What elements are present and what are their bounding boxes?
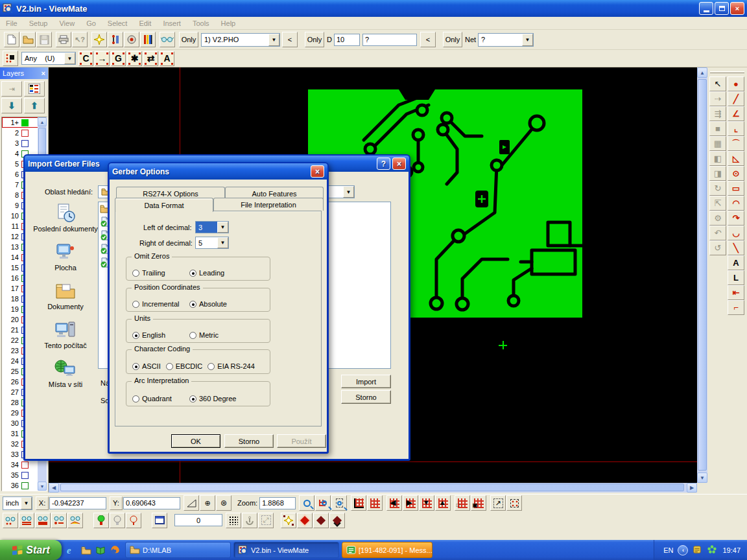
menu-item-tools[interactable]: Tools (187, 18, 215, 29)
quicklaunch-book-icon[interactable] (95, 545, 106, 555)
radio-selected-icon[interactable] (189, 395, 196, 402)
gerber-cancel-button[interactable]: Storno (224, 434, 274, 448)
prev-layer-button[interactable]: < (282, 32, 298, 47)
ok-button[interactable]: OK (171, 434, 220, 448)
radio-unselected-icon[interactable] (208, 363, 215, 370)
view-extents-button[interactable] (367, 495, 383, 511)
circle-tool[interactable]: ⊙ (728, 166, 744, 181)
layer-select[interactable]: 1) V2.PHO ▼ (201, 33, 280, 47)
place-documents[interactable]: Dokumenty (32, 281, 99, 310)
view-draw-dots-button[interactable] (3, 513, 18, 528)
label-tool[interactable]: L (728, 270, 744, 285)
place-network[interactable]: Místa v síti (32, 358, 99, 388)
taskbar-task--191-482-091-mess-[interactable]: [191-482-091] - Mess... (342, 542, 433, 558)
radio-unselected-icon[interactable] (166, 363, 173, 370)
flash-mode-button[interactable] (281, 513, 296, 528)
layer-color-swatch[interactable] (21, 461, 29, 469)
tray-clipboard-icon[interactable] (693, 545, 703, 555)
open-file-button[interactable] (20, 32, 36, 47)
radio-unselected-icon[interactable] (132, 395, 139, 402)
radio-unselected-icon[interactable] (189, 332, 196, 339)
dock-layer-button[interactable]: ⇥ (1, 81, 22, 97)
unit-select[interactable]: inch ▼ (3, 496, 32, 510)
line-tool[interactable]: ╱ (728, 91, 744, 106)
measure-angle-button[interactable] (184, 495, 199, 511)
radio-option-ascii[interactable]: ASCII (132, 362, 161, 370)
mirror-h-tool[interactable]: ◧ (709, 151, 726, 166)
radio-selected-icon[interactable] (189, 301, 196, 308)
gerber-dialog-titlebar[interactable]: Gerber Options × (109, 163, 327, 180)
text-tool[interactable]: A (728, 255, 744, 270)
menu-item-edit[interactable]: Edit (133, 18, 157, 29)
layer-color-swatch[interactable] (21, 130, 29, 137)
route-corner-tool[interactable]: ⌐ (728, 300, 744, 315)
radio-selected-icon[interactable] (132, 363, 139, 370)
highlight-flash-button[interactable] (91, 32, 107, 47)
dcode-flash-button[interactable]: ✱ (127, 51, 142, 66)
quicklaunch-firefox-icon[interactable] (110, 545, 120, 555)
radio-unselected-icon[interactable] (132, 301, 139, 308)
tray-icq-icon[interactable] (707, 545, 718, 555)
horizontal-scroll-thumb[interactable] (60, 484, 684, 491)
target-point-button[interactable] (124, 32, 139, 47)
right-of-decimal-select[interactable]: 5 ▼ (195, 237, 229, 249)
left-of-decimal-select[interactable]: 3 ▼ (195, 221, 229, 233)
dcode-value-field[interactable]: 10 (334, 34, 360, 46)
layer-color-swatch[interactable] (21, 140, 29, 147)
align-tool[interactable]: ⇱ (709, 196, 726, 211)
radio-selected-icon[interactable] (189, 270, 196, 277)
measure-tree-button[interactable] (108, 32, 123, 47)
dcode-swap-button[interactable]: ⇄ (143, 51, 158, 66)
tab-file-interpretation[interactable]: File Interpretation (213, 198, 324, 211)
dcode-c-button[interactable]: C (78, 51, 93, 66)
radio-option-leading[interactable]: Leading (189, 269, 224, 277)
pan-left-button[interactable]: ◀ (386, 495, 402, 511)
save-file-button[interactable] (36, 32, 52, 47)
zoom-in-step-button[interactable]: ▣ (471, 495, 486, 511)
layer-colors-button[interactable] (140, 32, 156, 47)
quicklaunch-ie-icon[interactable]: e (67, 545, 77, 555)
look-in-dropdown[interactable]: ▼ (343, 186, 354, 198)
only-net-toggle[interactable]: Only (443, 32, 462, 47)
radio-selected-icon[interactable] (132, 332, 139, 339)
radio-option-trailing[interactable]: Trailing (132, 269, 189, 277)
menu-item-setup[interactable]: Setup (23, 18, 54, 29)
dimension-tool[interactable]: ⇤ (728, 285, 744, 300)
rectangle-tool[interactable]: ▭ (728, 181, 744, 196)
flash-point-tool[interactable]: ● (728, 76, 744, 91)
menu-item-file[interactable]: File (0, 18, 23, 29)
clock[interactable]: 19:47 (722, 546, 741, 554)
print-button[interactable] (56, 32, 71, 47)
layer-setup-button[interactable] (24, 81, 45, 97)
move-points-tool[interactable]: ⇶ (709, 106, 726, 121)
scroll-right-button[interactable]: ▶ (687, 483, 697, 493)
language-indicator[interactable]: EN (663, 546, 673, 554)
x-coordinate-field[interactable]: -0.942237 (49, 497, 106, 509)
pad-mode-button[interactable] (297, 513, 313, 528)
menu-item-go[interactable]: Go (80, 18, 102, 29)
corner-path-tool[interactable]: ⌞ (728, 121, 744, 136)
view-draw-outline-button[interactable] (51, 513, 67, 528)
apply-button[interactable]: Použít (277, 434, 326, 448)
view-origin-button[interactable] (351, 495, 366, 511)
radio-option-quadrant[interactable]: Quadrant (132, 395, 189, 402)
menu-item-select[interactable]: Select (102, 18, 134, 29)
arc-up-tool[interactable]: ◠ (728, 196, 744, 211)
y-coordinate-field[interactable]: 0.690643 (123, 497, 180, 509)
anchor-button[interactable] (242, 513, 257, 528)
layer-color-swatch[interactable] (21, 472, 29, 479)
import-dialog-close-button[interactable]: × (392, 158, 406, 170)
aperture-type-dropdown[interactable]: ▼ (64, 52, 75, 64)
dcode-text-button[interactable]: A (160, 51, 174, 66)
zoom-selection-button[interactable] (315, 495, 331, 511)
place-computer[interactable]: Tento počítač (32, 320, 99, 349)
aperture-grid-button[interactable] (3, 51, 18, 66)
radio-option-eia-rs-244[interactable]: EIA RS-244 (208, 362, 254, 370)
radio-option-absolute[interactable]: Absolute (189, 300, 227, 308)
menu-item-help[interactable]: Help (215, 18, 242, 29)
undo-tool[interactable]: ↶ (709, 226, 726, 240)
lamp-off-button[interactable] (110, 513, 125, 528)
dcode-wildcard-field[interactable]: ? (362, 34, 417, 46)
close-button[interactable]: × (730, 2, 744, 15)
pan-down-button[interactable]: ▼ (419, 495, 434, 511)
